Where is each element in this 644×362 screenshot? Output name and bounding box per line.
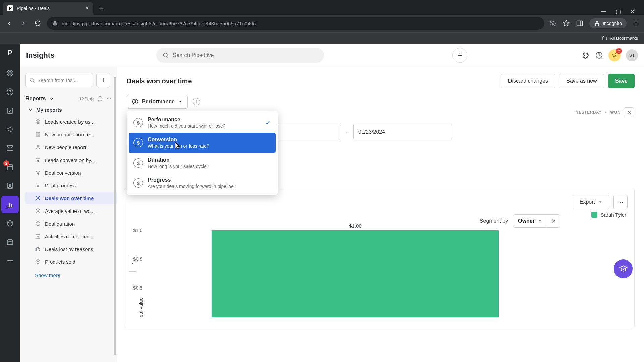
browser-tab[interactable]: P Pipeline - Deals × (3, 2, 93, 15)
sidebar-search[interactable]: Search from Insi... (25, 73, 93, 87)
report-type-icon (35, 119, 41, 125)
topbar: Insights Search Pipedrive + ? ST (20, 44, 644, 67)
minimize-icon[interactable]: — (601, 8, 606, 15)
report-item[interactable]: Deals won over time (25, 192, 117, 204)
global-search[interactable]: Search Pipedrive (156, 48, 324, 63)
my-reports-group[interactable]: My reports (25, 104, 117, 115)
discard-button[interactable]: Discard changes (501, 74, 555, 88)
extension-icon[interactable] (582, 52, 590, 59)
export-button[interactable]: Export (573, 195, 609, 209)
sales-assistant-button[interactable]: ? (608, 49, 621, 61)
dollar-circle-icon: $ (133, 158, 143, 168)
all-bookmarks-link[interactable]: All Bookmarks (610, 36, 638, 41)
rail-marketplace[interactable] (1, 233, 19, 251)
show-more-link[interactable]: Show more (25, 268, 117, 278)
help-fab[interactable] (614, 259, 633, 278)
report-item[interactable]: Deal conversion (25, 166, 117, 179)
rail-insights[interactable] (1, 196, 19, 213)
report-item[interactable]: Deal duration (25, 217, 117, 230)
menu-item-performance[interactable]: $PerformanceHow much did you start, win,… (129, 113, 276, 133)
rail-deals[interactable] (1, 83, 19, 101)
incognito-chip[interactable]: Incognito (589, 18, 627, 28)
report-item[interactable]: Leads conversion by... (25, 154, 117, 166)
url-text: moodjoy.pipedrive.com/progress/insights/… (62, 21, 256, 26)
more-icon[interactable]: ⋯ (106, 95, 112, 102)
pipedrive-logo[interactable]: P (3, 46, 17, 60)
close-tab-icon[interactable]: × (86, 5, 89, 11)
info-icon[interactable]: i (193, 98, 200, 105)
report-item[interactable]: Products sold (25, 255, 117, 268)
nav-rail: P 2 (0, 44, 20, 362)
chart-bar[interactable] (212, 230, 499, 317)
forward-button[interactable] (19, 19, 28, 28)
report-item[interactable]: Activities completed... (25, 230, 117, 243)
panel-icon[interactable] (576, 20, 583, 27)
favicon-icon: P (7, 5, 13, 11)
caret-down-icon (598, 200, 602, 204)
help-icon[interactable] (595, 51, 603, 59)
report-type-icon (35, 221, 41, 227)
maximize-icon[interactable]: ▢ (616, 8, 621, 15)
svg-rect-6 (7, 108, 13, 113)
back-button[interactable] (5, 19, 14, 28)
rail-contacts[interactable] (1, 177, 19, 194)
add-report-button[interactable]: + (96, 73, 110, 87)
reports-section-header[interactable]: Reports 13/150 ⋯ (25, 93, 117, 104)
tag-yesterday: YESTERDAY (576, 110, 602, 115)
dollar-circle-icon: $ (133, 138, 143, 147)
report-item[interactable]: Deal progress (25, 179, 117, 192)
user-avatar[interactable]: ST (626, 49, 638, 61)
workspace: Search from Insi... + Reports 13/150 ⋯ M… (20, 67, 644, 362)
rail-campaigns[interactable] (1, 121, 19, 138)
app-root: P 2 Insights Search Pipedrive + ? (0, 44, 644, 362)
rail-more[interactable] (1, 252, 19, 269)
address-bar[interactable]: moodjoy.pipedrive.com/progress/insights/… (47, 17, 544, 30)
menu-item-progress[interactable]: $ProgressAre your deals moving forward i… (129, 173, 276, 193)
rail-activities[interactable]: 2 (1, 158, 19, 176)
report-item[interactable]: Leads created by us... (25, 115, 117, 128)
report-item[interactable]: Deals lost by reasons (25, 243, 117, 255)
dollar-circle-icon (132, 98, 139, 105)
rail-products[interactable] (1, 215, 19, 232)
info-icon[interactable] (97, 96, 103, 102)
report-type-dropdown[interactable]: Performance (127, 95, 188, 109)
report-item[interactable]: New people report (25, 141, 117, 154)
insights-sidebar: Search from Insi... + Reports 13/150 ⋯ M… (20, 67, 117, 362)
report-type-icon (35, 182, 41, 188)
report-canvas: Deals won over time Discard changes Save… (117, 67, 644, 362)
folder-icon (602, 36, 607, 41)
date-to-input[interactable]: 01/23/2024 (353, 124, 452, 140)
report-item[interactable]: Average value of wo... (25, 204, 117, 217)
browser-toolbar: moodjoy.pipedrive.com/progress/insights/… (0, 15, 644, 32)
reload-button[interactable] (33, 19, 42, 28)
segment-dropdown[interactable]: Owner (513, 214, 547, 228)
rail-projects[interactable] (1, 102, 19, 119)
save-as-new-button[interactable]: Save as new (559, 74, 604, 88)
caret-down-icon (178, 99, 183, 104)
eye-off-icon[interactable] (549, 20, 556, 27)
kebab-icon[interactable]: ⋮ (633, 19, 639, 27)
chart-more-button[interactable]: ⋯ (613, 195, 628, 209)
report-list: Leads created by us...New organization r… (25, 115, 117, 268)
menu-item-conversion[interactable]: $ConversionWhat is your win or loss rate… (129, 133, 276, 153)
report-type-icon (35, 208, 41, 214)
svg-rect-25 (36, 234, 40, 238)
clear-segment-button[interactable]: ✕ (547, 214, 560, 228)
svg-point-10 (9, 184, 11, 186)
new-tab-button[interactable]: + (95, 3, 107, 15)
rail-mail[interactable] (1, 139, 19, 157)
close-window-icon[interactable]: ✕ (630, 8, 635, 15)
menu-item-duration[interactable]: $DurationHow long is your sales cycle? (129, 153, 276, 173)
toolbar-right: Incognito ⋮ (549, 18, 639, 28)
rail-focus[interactable] (1, 64, 19, 82)
quick-add-button[interactable]: + (452, 48, 467, 63)
bookmarks-bar: All Bookmarks (0, 32, 644, 44)
save-button[interactable]: Save (608, 74, 635, 88)
report-item[interactable]: New organization re... (25, 128, 117, 141)
star-icon[interactable] (562, 20, 570, 27)
assistant-badge: ? (616, 48, 622, 54)
report-type-icon (35, 131, 41, 137)
report-type-row: Performance i $PerformanceHow much did y… (127, 95, 635, 109)
svg-rect-1 (577, 21, 583, 26)
remove-filter-button[interactable]: ✕ (624, 107, 634, 117)
